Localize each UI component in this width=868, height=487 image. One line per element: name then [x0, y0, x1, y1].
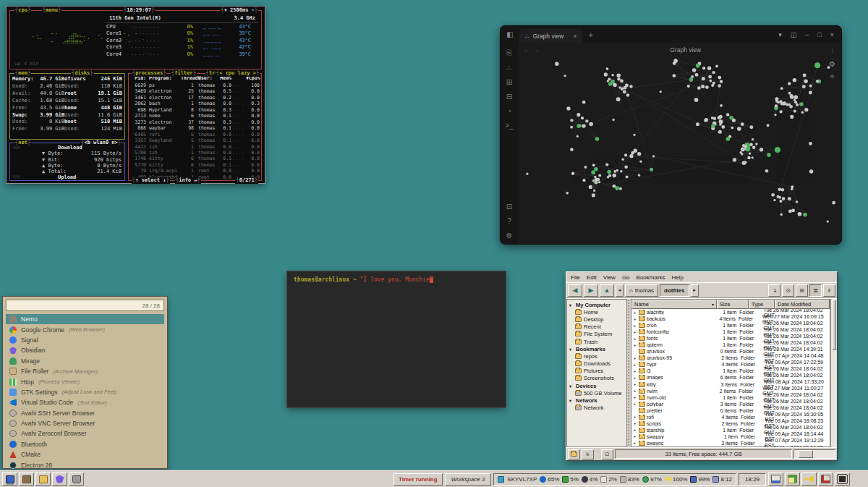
graph-node[interactable] [710, 80, 712, 82]
graph-node[interactable] [832, 201, 835, 205]
graph-node[interactable] [705, 85, 709, 89]
rofi-item-nemo[interactable]: Nemo [6, 314, 164, 324]
sidebar-item-desktop[interactable]: Desktop [567, 316, 626, 323]
process-row[interactable]: 6629ps1thomas0.0100 [129, 82, 261, 88]
graph-node-green[interactable] [595, 137, 600, 141]
graph-node[interactable] [718, 130, 722, 134]
graph-node[interactable] [566, 192, 569, 195]
graph-node[interactable] [771, 193, 775, 197]
rofi-item-mirage[interactable]: Mirage [6, 356, 164, 366]
open-terminal-icon[interactable]: k [582, 449, 594, 460]
graph-node-green[interactable] [711, 124, 715, 128]
rofi-item-cmake[interactable]: CMake [6, 449, 164, 460]
graph-node[interactable] [793, 110, 796, 113]
graph-node[interactable] [566, 106, 570, 110]
graph-node[interactable] [816, 80, 819, 82]
rofi-item-htop[interactable]: Htop(Process Viewer) [6, 376, 164, 386]
graph-node[interactable] [780, 213, 783, 216]
graph-node[interactable] [794, 101, 797, 103]
graph-node[interactable] [702, 67, 705, 69]
graph-node[interactable] [616, 97, 621, 101]
new-window-icon[interactable]: ↴ [768, 284, 780, 297]
menu-go[interactable]: Go [619, 274, 633, 281]
forward-button[interactable]: ▶ [584, 284, 598, 297]
graph-node-green[interactable] [729, 116, 733, 120]
graph-node[interactable] [589, 185, 592, 189]
graph-node[interactable] [563, 75, 566, 77]
rofi-item-avahi-zeroconf-browser[interactable]: Avahi Zeroconf Browser [6, 428, 164, 439]
graph-node[interactable] [733, 158, 736, 161]
graph-node[interactable] [598, 181, 600, 183]
graph-node[interactable] [809, 142, 812, 145]
graph-node-green[interactable] [689, 77, 694, 82]
graph-node[interactable] [608, 174, 611, 177]
search-icon[interactable]: ⊙ [782, 284, 794, 297]
menu-view[interactable]: View [600, 274, 618, 281]
graph-node[interactable] [715, 65, 718, 68]
graph-node[interactable] [652, 155, 655, 157]
horizontal-scrollbar[interactable] [793, 449, 835, 459]
graph-node[interactable] [582, 179, 585, 182]
graph-node[interactable] [637, 152, 641, 156]
new-folder-icon[interactable] [568, 449, 580, 460]
menu-help[interactable]: Help [669, 274, 686, 281]
sidebar-item-network[interactable]: Network [567, 405, 626, 412]
btop-filter-tab[interactable]: filter [171, 70, 197, 77]
menu-file[interactable]: File [568, 274, 583, 281]
row-expander-icon[interactable]: ▸ [633, 336, 637, 341]
row-expander-icon[interactable]: ▸ [633, 434, 637, 439]
graph-node[interactable] [584, 166, 587, 169]
graph-node[interactable] [747, 156, 751, 160]
rofi-item-electron-28[interactable]: Electron 28 [6, 460, 164, 470]
graph-node[interactable] [697, 86, 701, 90]
graph-node[interactable] [788, 210, 792, 213]
sidebar-item-pictures[interactable]: Pictures [567, 368, 626, 375]
new-note-icon[interactable]: ⎘ [506, 48, 512, 57]
graph-node[interactable] [526, 172, 528, 174]
graph-node[interactable] [619, 187, 622, 190]
graph-node[interactable] [607, 80, 609, 82]
graph-node[interactable] [623, 90, 626, 94]
nav-forward-icon[interactable]: → [533, 46, 542, 54]
sidebar-item-devices[interactable]: ▾Devices [567, 382, 626, 389]
sidebar-item-network[interactable]: ▾Network [567, 397, 626, 404]
row-expander-icon[interactable]: ▸ [633, 382, 637, 386]
graph-canvas[interactable]: ⚙ ✧ [518, 57, 841, 245]
graph-node-green[interactable] [696, 64, 700, 68]
graph-view-icon[interactable]: ∴ [507, 64, 511, 72]
graph-node-green[interactable] [726, 137, 731, 141]
graph-node[interactable] [570, 126, 573, 129]
rofi-item-google-chrome[interactable]: Google Chrome(Web Browser) [6, 324, 164, 334]
graph-node[interactable] [790, 96, 793, 99]
graph-node[interactable] [791, 208, 795, 212]
column-header-type[interactable]: Type [749, 300, 775, 309]
path-scroll-right-button[interactable]: ▸ [691, 284, 699, 297]
process-row[interactable]: 1748kitty6thomas0.10.0 [129, 156, 261, 161]
rofi-item-avahi-ssh-server-browser[interactable]: Avahi SSH Server Browser [6, 408, 164, 418]
btop-info-hint[interactable]: info ↵ [175, 177, 201, 184]
graph-node[interactable] [749, 143, 753, 146]
graph-node[interactable] [827, 220, 829, 222]
graph-node[interactable] [793, 78, 797, 82]
sidebar-item-bookmarks[interactable]: ▾Bookmarks [567, 345, 626, 352]
graph-node-green[interactable] [746, 146, 751, 151]
new-tab-button[interactable]: + [588, 30, 592, 39]
graph-node[interactable] [718, 76, 721, 80]
graph-node-green[interactable] [610, 80, 615, 84]
graph-node[interactable] [626, 175, 629, 178]
row-expander-icon[interactable]: ▸ [633, 310, 637, 315]
quicklaunch-shutdown-icon[interactable] [818, 473, 833, 486]
tray-package-icon[interactable] [19, 473, 34, 486]
graph-node[interactable] [744, 161, 746, 164]
graph-node-green[interactable] [607, 170, 611, 174]
btop-sort-mode[interactable]: < cpu lazy > [216, 70, 260, 77]
row-expander-icon[interactable]: ▸ [633, 369, 637, 373]
graph-node[interactable] [809, 90, 812, 94]
row-expander-icon[interactable]: ▸ [633, 356, 637, 360]
graph-node[interactable] [802, 85, 806, 88]
graph-node[interactable] [767, 124, 770, 127]
layout-icon[interactable]: ◫ [791, 31, 797, 38]
graph-node[interactable] [778, 187, 782, 191]
graph-node[interactable] [798, 212, 802, 216]
graph-node[interactable] [620, 170, 622, 172]
